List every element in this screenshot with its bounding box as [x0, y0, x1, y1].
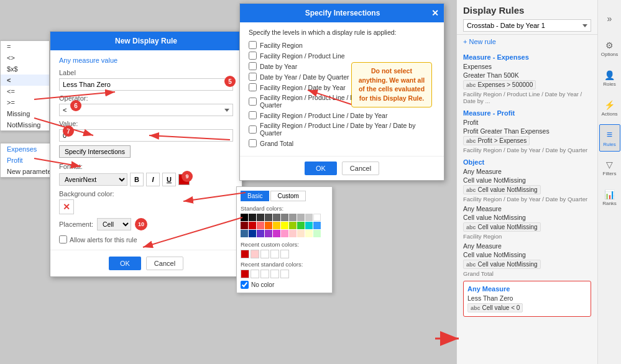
- color-lightpink[interactable]: [289, 230, 297, 237]
- op-sxs[interactable]: $x$: [1, 63, 49, 75]
- color-teal[interactable]: [305, 222, 313, 229]
- font-select[interactable]: AvenirNext: [59, 173, 127, 186]
- color-dark3[interactable]: [265, 214, 272, 221]
- color-lightgreen[interactable]: [313, 230, 321, 237]
- custom-tab[interactable]: Custom: [270, 191, 305, 201]
- section-profit-title[interactable]: Measure - Profit: [463, 109, 591, 117]
- cb-facility-product-date-quarter2-input[interactable]: [249, 125, 257, 134]
- object-badge-2[interactable]: abc Cell value NotMissing: [463, 222, 541, 232]
- sidebar-expand-btn[interactable]: »: [599, 5, 620, 32]
- specify-intersections-btn[interactable]: Specify Intersections: [59, 145, 131, 158]
- color-gray5[interactable]: [305, 214, 313, 221]
- no-color-checkbox[interactable]: [241, 281, 249, 289]
- cb-grand-total-input[interactable]: [249, 139, 257, 147]
- value-input[interactable]: [59, 129, 233, 142]
- op-greatereq[interactable]: >=: [1, 97, 49, 108]
- sidebar-item-actions[interactable]: ⚡ Actions: [599, 94, 620, 122]
- sidebar-item-rules[interactable]: ≡ Rules: [599, 124, 620, 152]
- recent-red[interactable]: [241, 250, 249, 258]
- op-equals[interactable]: =: [1, 41, 49, 52]
- color-darkred[interactable]: [241, 222, 248, 229]
- recent-lightpink[interactable]: [251, 250, 259, 258]
- color-gray1[interactable]: [273, 214, 280, 221]
- no-color-row[interactable]: No color: [241, 281, 328, 289]
- cb-facility-product-input[interactable]: [249, 52, 257, 60]
- op-notequals[interactable]: <>: [1, 52, 49, 63]
- crosstab-dropdown[interactable]: Crosstab - Date by Year 1: [463, 19, 591, 32]
- recent-white1[interactable]: [260, 250, 269, 258]
- expenses-badge[interactable]: abc Expenses > 500000: [463, 80, 536, 89]
- color-peach[interactable]: [297, 230, 305, 237]
- cb-facility-product-date-year-input[interactable]: [249, 111, 257, 119]
- operator-select[interactable]: <: [59, 104, 233, 116]
- std-white4[interactable]: [280, 270, 289, 278]
- text-color-swatch[interactable]: 9: [178, 174, 190, 185]
- op-notmissing[interactable]: NotMissing: [1, 119, 49, 130]
- section-expenses-title[interactable]: Measure - Expenses: [463, 53, 591, 61]
- color-darkblue2[interactable]: [249, 230, 256, 237]
- basic-tab[interactable]: Basic: [241, 191, 269, 201]
- sidebar-item-options[interactable]: ⚙ Options: [599, 35, 620, 62]
- op-missing[interactable]: Missing: [1, 108, 49, 119]
- sidebar-item-ranks[interactable]: 📊 Ranks: [599, 184, 620, 211]
- cb-facility-date-year-label: Facility Region / Date by Year: [260, 84, 346, 91]
- color-darkblue1[interactable]: [241, 230, 248, 237]
- placement-row: Placement: Cell 10: [59, 218, 233, 230]
- dialog-ok-btn[interactable]: OK: [109, 257, 141, 270]
- cb-date-year-quarter-input[interactable]: [249, 73, 257, 81]
- section-object-title[interactable]: Object: [463, 158, 591, 166]
- color-yellow[interactable]: [273, 222, 280, 229]
- object-badge-3[interactable]: abc Cell value NotMissing: [463, 260, 541, 269]
- bg-color-swatch[interactable]: ✕: [59, 199, 74, 214]
- std-white2[interactable]: [260, 270, 269, 278]
- cb-facility-region-input[interactable]: [249, 41, 257, 49]
- color-green[interactable]: [297, 222, 305, 229]
- label-input[interactable]: [59, 78, 233, 91]
- profit-badge[interactable]: abc Profit > Expenses: [463, 136, 530, 145]
- color-magenta[interactable]: [273, 230, 280, 237]
- recent-white2[interactable]: [270, 250, 279, 258]
- underline-button[interactable]: U: [162, 173, 176, 186]
- italic-button[interactable]: I: [146, 173, 160, 186]
- placement-select[interactable]: Cell: [97, 218, 131, 230]
- color-dark2[interactable]: [257, 214, 264, 221]
- color-purple[interactable]: [257, 230, 264, 237]
- intersections-ok-btn[interactable]: OK: [305, 162, 337, 175]
- bold-button[interactable]: B: [130, 173, 144, 186]
- any-measure-value[interactable]: Any measure value: [59, 57, 233, 64]
- color-orange1[interactable]: [265, 222, 272, 229]
- cb-facility-product-date-quarter-input[interactable]: [249, 98, 257, 106]
- color-brightyellow[interactable]: [281, 222, 288, 229]
- color-dark1[interactable]: [249, 214, 256, 221]
- std-white3[interactable]: [270, 270, 279, 278]
- object-notmissing-3: Cell value NotMissing: [463, 251, 591, 258]
- new-rule-button[interactable]: + New rule: [457, 35, 597, 48]
- cb-date-year-input[interactable]: [249, 62, 257, 70]
- cb-facility-date-year-input[interactable]: [249, 83, 257, 91]
- color-red[interactable]: [249, 222, 256, 229]
- op-lesseq[interactable]: <=: [1, 86, 49, 97]
- std-white1[interactable]: [251, 270, 259, 278]
- object-badge-1[interactable]: abc Cell value NotMissing: [463, 185, 541, 194]
- color-gray4[interactable]: [297, 214, 305, 221]
- close-button[interactable]: ✕: [431, 9, 439, 17]
- recent-white3[interactable]: [280, 250, 289, 258]
- intersections-cancel-btn[interactable]: Cancel: [342, 162, 379, 175]
- color-pink[interactable]: [281, 230, 288, 237]
- color-lightyellow[interactable]: [305, 230, 313, 237]
- color-blue[interactable]: [313, 222, 321, 229]
- op-less[interactable]: <: [1, 75, 49, 86]
- color-black[interactable]: [241, 214, 248, 221]
- color-lightred[interactable]: [257, 222, 264, 229]
- allow-alerts-checkbox[interactable]: [59, 235, 67, 243]
- less-than-zero-badge[interactable]: abc Cell value < 0: [467, 303, 523, 312]
- color-gray3[interactable]: [289, 214, 297, 221]
- color-violet[interactable]: [265, 230, 272, 237]
- color-gray2[interactable]: [281, 214, 288, 221]
- sidebar-item-roles[interactable]: 👤 Roles: [599, 65, 620, 92]
- color-yellowgreen[interactable]: [289, 222, 297, 229]
- std-red[interactable]: [241, 270, 249, 278]
- dialog-cancel-btn[interactable]: Cancel: [146, 257, 183, 270]
- color-white[interactable]: [313, 214, 321, 221]
- sidebar-item-filters[interactable]: ▽ Filters: [599, 154, 620, 181]
